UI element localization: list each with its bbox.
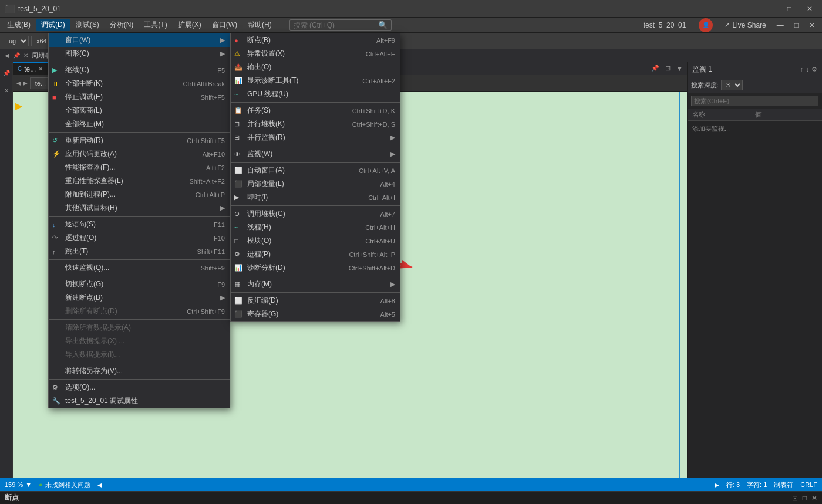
menu-options[interactable]: ⚙ 选项(O)... [49,381,230,394]
tab-action-pin[interactable]: 📌 [649,65,661,72]
search-depth-select[interactable]: 3125 [721,80,743,90]
minimize-button[interactable]: — [760,4,777,14]
menu-detach-all[interactable]: 全部离商(L) [49,104,230,117]
menu-win-parallel-watch[interactable]: ⊞ 并行监视(R) ▶ [231,131,400,144]
problem-status[interactable]: ● 未找到相关问题 [39,481,90,489]
menu-attach-process[interactable]: 附加到进程(P)... Ctrl+Alt+P [49,188,230,201]
tab-action-split[interactable]: ⊡ [663,65,672,72]
menu-continue-shortcut: F5 [217,67,225,74]
menu-win-memory[interactable]: ▦ 内存(M) ▶ [231,278,400,291]
status-line: 行: 3 [726,481,740,489]
pin-btn[interactable]: 📌 [13,52,20,59]
menu-quick-watch[interactable]: 快速监视(Q)... Shift+F9 [49,261,230,275]
menu-continue[interactable]: ▶ 继续(C) F5 [49,63,230,77]
tab-close-btn[interactable]: ✕ [38,66,43,72]
menu-graphics-arrow: ▶ [220,50,225,57]
menu-win-tasks[interactable]: 📋 任务(S) Ctrl+Shift+D, K [231,104,400,117]
status-scroll-left[interactable]: ◀ [97,482,102,488]
watch-search-input[interactable] [691,96,818,106]
menu-win-output[interactable]: 📤 输出(O) [231,60,400,74]
menu-win-modules[interactable]: □ 模块(O) Ctrl+Alt+U [231,234,400,248]
win-close[interactable]: ✕ [804,20,820,31]
menu-perf-profiler[interactable]: 性能探查器(F)... Alt+F2 [49,161,230,174]
menu-terminate-all-label: 全部终止(M) [65,119,104,129]
menu-item-build[interactable]: 生成(B) [2,19,35,31]
watch-panel-header: 监视 1 ↑ ↓ ⚙ [688,62,822,77]
sep2 [49,132,230,133]
menu-restart[interactable]: ↺ 重新启动(R) Ctrl+Shift+F5 [49,134,230,147]
menu-break-all[interactable]: ⏸ 全部中断(K) Ctrl+Alt+Break [49,77,230,90]
menu-win-diag-analysis[interactable]: 📊 诊断分析(D) Ctrl+Shift+Alt+D [231,261,400,275]
menu-win-gpu[interactable]: ~ GPU 线程(U) [231,87,400,101]
tab-action-overflow[interactable]: ▼ [675,65,685,72]
menu-item-window[interactable]: 窗口(W) [207,19,242,31]
watch-add-prompt[interactable]: 添加要监视... [688,121,822,137]
sep-w2 [231,146,400,146]
watch-up-icon[interactable]: ↑ [800,66,804,73]
menu-win-exceptions[interactable]: ⚠ 异常设置(X) Ctrl+Alt+E [231,47,400,60]
menu-step-out[interactable]: ↑ 跳出(T) Shift+F11 [49,245,230,258]
menu-restart-profiler-shortcut: Shift+Alt+F2 [189,178,225,185]
liveshare-button[interactable]: ↗ Live Share [720,20,770,31]
zoom-level[interactable]: 159 % ▼ [5,481,32,488]
menu-apply-code[interactable]: ⚡ 应用代码更改(A) Alt+F10 [49,147,230,161]
win-max[interactable]: □ [790,20,803,31]
menu-stop-debug[interactable]: ■ 停止调试(E) Shift+F5 [49,90,230,104]
bottombar-close-btn[interactable]: ✕ [811,494,817,502]
menu-item-tools[interactable]: 工具(T) [139,19,171,31]
menu-win-memory-label: 内存(M) [247,279,272,289]
search-input[interactable] [294,21,376,29]
bottombar-split-btn[interactable]: ⊡ [792,494,798,502]
menu-item-extensions[interactable]: 扩展(X) [173,19,206,31]
menu-win-disassembly[interactable]: ⬜ 反汇编(D) Alt+8 [231,294,400,307]
menu-save-dump[interactable]: 将转储另存为(V)... [49,364,230,378]
menu-restart-profiler[interactable]: 重启性能探查器(L) Shift+Alt+F2 [49,174,230,188]
menu-win-diag[interactable]: 📊 显示诊断工具(T) Ctrl+Alt+F2 [231,74,400,87]
menu-restart-shortcut: Ctrl+Shift+F5 [187,137,225,144]
bottombar-float-btn[interactable]: □ [803,494,807,502]
menu-win-auto[interactable]: ⬜ 自动窗口(A) Ctrl+Alt+V, A [231,164,400,177]
menu-debug-props[interactable]: 🔧 test_5_20_01 调试属性 [49,394,230,408]
tab-main[interactable]: C te... ✕ [13,62,48,75]
menu-terminate-all[interactable]: 全部终止(M) [49,117,230,131]
menu-win-callstack[interactable]: ⊕ 调用堆栈(C) Alt+7 [231,207,400,221]
menu-item-help[interactable]: 帮助(H) [243,19,277,31]
menu-graphics[interactable]: 图形(C) ▶ [49,47,230,60]
collapse-btn[interactable]: ◀ [5,52,9,59]
close-tab-btn[interactable]: ✕ [23,52,28,59]
menu-step-into[interactable]: ↓ 逐语句(S) F11 [49,218,230,231]
menu-win-parallel-stack[interactable]: ⊡ 并行堆栈(K) Ctrl+Shift+D, S [231,117,400,131]
maximize-button[interactable]: □ [783,4,796,14]
close-button[interactable]: ✕ [802,4,817,14]
menu-win-registers[interactable]: ⬛ 寄存器(G) Alt+5 [231,307,400,321]
menu-item-analyze[interactable]: 分析(N) [105,19,139,31]
config-dropdown[interactable]: ug [4,36,29,46]
sep-w5 [231,276,400,276]
menu-win-tasks-shortcut: Ctrl+Shift+D, K [352,107,395,114]
menu-win-gpu-label: GPU 线程(U) [247,89,288,99]
menu-win-threads[interactable]: ~ 线程(H) Ctrl+Alt+H [231,221,400,234]
menu-item-test[interactable]: 测试(S) [71,19,104,31]
menu-new-bp[interactable]: 新建断点(B) ▶ [49,291,230,305]
user-avatar[interactable]: 👤 [699,18,713,32]
step-into-icon: ↓ [52,221,56,228]
watch-settings-icon[interactable]: ⚙ [811,66,817,73]
debug-nav-icon: ◀ ▶ [16,80,28,86]
menu-window[interactable]: 窗口(W) ▶ [49,33,230,47]
menu-win-watch[interactable]: 👁 监视(W) ▶ [231,147,400,161]
cursor-position[interactable]: 行: 3 字符: 1 制表符 CRLF [726,481,817,489]
menu-win-processes[interactable]: ⚙ 进程(P) Ctrl+Shift+Alt+P [231,248,400,261]
win-min[interactable]: — [772,20,789,31]
menu-win-immediate[interactable]: ▶ 即时(I) Ctrl+Alt+I [231,191,400,204]
win-proc-icon: ⚙ [234,251,240,258]
menu-item-debug[interactable]: 调试(D) [36,19,70,31]
menu-win-breakpoints[interactable]: ● 断点(B) Alt+F9 [231,33,400,47]
watch-down-icon[interactable]: ↓ [806,66,810,73]
menu-win-locals[interactable]: ⬛ 局部变量(L) Alt+4 [231,177,400,191]
menu-other-targets[interactable]: 其他调试目标(H) ▶ [49,201,230,215]
win-bp-icon: ● [234,37,238,44]
menu-step-over[interactable]: ↷ 逐过程(O) F10 [49,231,230,245]
win-reg-icon: ⬛ [234,310,242,318]
status-scroll-right[interactable]: ▶ [715,482,719,488]
menu-toggle-bp[interactable]: 切换断点(G) F9 [49,278,230,291]
